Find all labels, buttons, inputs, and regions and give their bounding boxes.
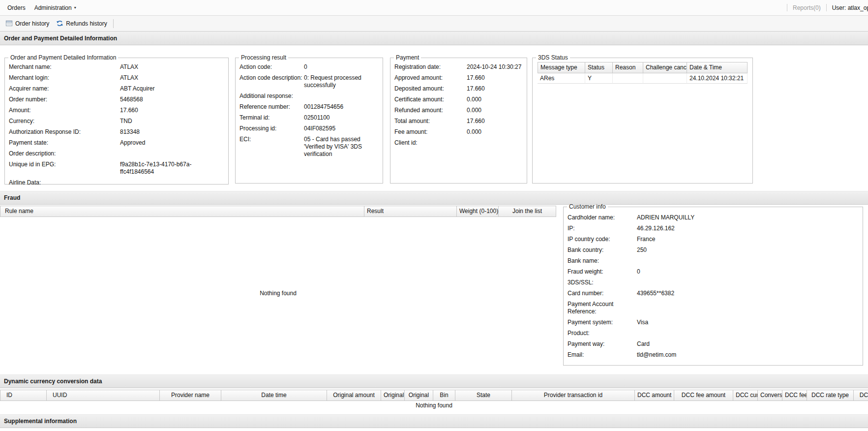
field-row-total-amount: Total amount:17.660 [394,118,523,125]
field-row-reference-number: Reference number:001284754656 [239,103,379,111]
section-supplemental-title: Supplemental information [4,418,77,425]
field-value: ATLAX [120,74,224,82]
col-rule-name[interactable]: Rule name [0,206,364,217]
menu-bar: Orders Administration ▾ Reports(0) User:… [0,0,868,16]
section-supplemental-header: Supplemental information [0,414,868,428]
col-dcc-rate-type[interactable]: DCC rate type [807,390,854,401]
field-label: Card number: [568,290,637,297]
order-history-button[interactable]: Order history [2,18,53,29]
field-label: Authorization Response ID: [9,128,120,136]
menu-orders[interactable]: Orders [3,2,30,14]
menu-bar-right: Reports(0) User: atlax_op [787,0,868,15]
col-bin[interactable]: Bin [433,390,455,401]
detail-panels: Order and Payment Detailed Information M… [0,45,868,191]
field-row-3ds-ssl: 3DS/SSL: [568,279,859,286]
field-value: 0 [637,268,859,276]
field-value: ADRIEN MARQUILLY [637,214,859,221]
field-label: Reference number: [239,103,304,111]
field-value: ATLAX [120,63,224,71]
col-conversion[interactable]: Conversi [758,390,782,401]
field-label: IP country code: [568,236,637,243]
col-dcc-fee[interactable]: DCC fee [782,390,807,401]
field-row-deposited-amount: Deposited amount:17.660 [394,85,523,92]
field-label: Fraud weight: [568,268,637,276]
col-provider-name[interactable]: Provider name [160,390,221,401]
col-provider-transaction-id[interactable]: Provider transaction id [512,390,635,401]
field-label: Currency: [9,118,120,125]
field-label: Payment Account Reference: [568,301,637,315]
field-label: Action code description: [239,74,304,82]
field-label: Approved amount: [394,74,467,82]
field-label: ECI: [239,136,304,143]
col-date-time[interactable]: Date & Time [687,62,748,73]
field-row-merchant-login: Merchant login:ATLAX [9,74,224,82]
field-label: 3DS/SSL: [568,279,637,286]
menu-administration[interactable]: Administration ▾ [30,2,81,14]
col-result[interactable]: Result [364,206,457,217]
field-value: Card [637,340,859,348]
field-label: Merchant login: [9,74,120,82]
field-value: TND [120,118,224,125]
field-label: Bank country: [568,246,637,254]
field-row-fraud-weight: Fraud weight:0 [568,268,859,276]
col-reason[interactable]: Reason [613,62,643,73]
field-row-eci: ECI:05 - Card has passed 'Verified by VI… [239,136,379,158]
field-value: 0.000 [467,96,523,103]
field-row-bank-name: Bank name: [568,257,859,265]
customer-info-panel: Customer info Cardholder name:ADRIEN MAR… [563,203,863,366]
field-row-approved-amount: Approved amount:17.660 [394,74,523,82]
menu-administration-label: Administration [34,4,72,11]
field-label: Additional response: [239,92,304,100]
section-fraud-header: Fraud [0,191,868,205]
col-dcc-fee-amount[interactable]: DCC fee amount [674,390,733,401]
menu-reports[interactable]: Reports(0) [793,4,821,11]
col-dc-cut[interactable]: DC [854,390,868,401]
threeds-table-header: Message type Status Reason Challenge can… [538,62,748,73]
col-join-the-list[interactable]: Join the list [499,206,556,217]
fraud-empty-text: Nothing found [260,290,297,297]
field-value: 05 - Card has passed 'Verified by VISA' … [304,136,379,158]
col-dcc-currency[interactable]: DCC curr [733,390,758,401]
col-dcc-amount[interactable]: DCC amount [635,390,674,401]
col-status[interactable]: Status [585,62,613,73]
field-row-terminal-id: Terminal id:02501100 [239,114,379,122]
col-date-time[interactable]: Date time [221,390,327,401]
refunds-history-button[interactable]: Refunds history [53,18,110,29]
order-info-panel: Order and Payment Detailed Information M… [4,54,229,185]
section-dcc-title: Dynamic currency conversion data [4,378,102,385]
order-info-legend: Order and Payment Detailed Information [8,54,118,61]
field-row-authorization-response-id: Authorization Response ID:813348 [9,128,224,136]
field-row-client-id: Client id: [394,139,523,147]
field-value: 17.660 [467,118,523,125]
field-row-certificate-amount: Certificate amount:0.000 [394,96,523,103]
dcc-table-header: ID UUID Provider name Date time Original… [0,390,868,401]
col-message-type[interactable]: Message type [538,62,585,73]
field-label: Product: [568,330,637,337]
col-id[interactable]: ID [0,390,47,401]
field-value: 0: Request processed successfully [304,74,379,89]
field-label: Order number: [9,96,120,103]
field-row-registration-date: Registration date:2024-10-24 10:30:27 [394,63,523,71]
col-weight[interactable]: Weight (0-100) [457,206,499,217]
col-challenge-cancel[interactable]: Challenge cancel [643,62,687,73]
col-original-amount[interactable]: Original amount [327,390,381,401]
field-label: Refunded amount: [394,107,467,114]
user-label: User: atlax_op [832,4,868,11]
field-label: Airline Data: [9,179,120,186]
field-value: 0 [304,63,379,71]
field-row-email: Email:tld@netim.com [568,351,859,359]
toolbar-separator [113,19,114,28]
field-label: Certificate amount: [394,96,467,103]
col-state[interactable]: State [455,390,512,401]
fraud-empty-state: Nothing found [0,217,556,369]
col-original-currency[interactable]: Original [405,390,433,401]
cell-reason [613,73,643,84]
col-original-fee[interactable]: Original f [381,390,405,401]
order-history-label: Order history [15,20,49,27]
col-uuid[interactable]: UUID [47,390,160,401]
field-row-order-number: Order number:5468568 [9,96,224,103]
field-value: 17.660 [120,107,224,114]
section-dcc-header: Dynamic currency conversion data [0,374,868,388]
fraud-table: Rule name Result Weight (0-100) Join the… [0,206,556,369]
threeds-status-legend: 3DS Status [536,54,570,61]
